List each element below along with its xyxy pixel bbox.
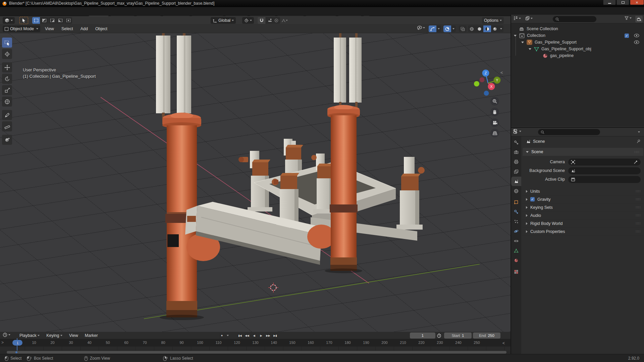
play-reverse-button[interactable]: ◀ (251, 333, 257, 339)
panel-drag-dots-icon[interactable]: ∷∷ (636, 205, 641, 209)
outliner-search-input[interactable] (553, 16, 596, 22)
pan-view-button[interactable] (490, 108, 499, 116)
panel-drag-dots-icon[interactable]: ∷∷ (636, 214, 641, 217)
mode-selector[interactable]: Object Mode (3, 25, 40, 32)
viewport-menu-add[interactable]: Add (78, 25, 91, 32)
current-frame-field[interactable]: 1 (410, 333, 435, 339)
zoom-view-button[interactable] (490, 97, 499, 106)
snap-toggle[interactable] (258, 17, 265, 24)
tab-texture[interactable] (511, 267, 521, 277)
panel-gravity[interactable]: ✓Gravity∷∷ (521, 195, 644, 203)
timeline-editor-type-button[interactable] (3, 333, 10, 337)
auto-key-dropdown[interactable] (225, 333, 230, 339)
toggle-ortho-button[interactable] (490, 129, 499, 137)
scrollbar-thumb[interactable] (7, 351, 506, 354)
tab-world[interactable] (511, 186, 521, 196)
timeline-scrub-area[interactable] (0, 347, 511, 351)
outliner-row-gas-pipeline-support-obj[interactable]: Gas_Pipeline_Support_obj (511, 46, 644, 52)
playhead-badge[interactable]: 1 (12, 340, 22, 346)
next-keyframe-button[interactable]: ▶▶ (265, 333, 271, 339)
tool-move[interactable] (2, 62, 12, 72)
options-dropdown[interactable]: Options (482, 17, 504, 24)
tool-rotate[interactable] (2, 74, 12, 84)
outliner-row-scene-collection[interactable]: Scene Collection (511, 25, 644, 32)
xray-toggle[interactable] (459, 25, 467, 32)
jump-to-end-button[interactable]: ▶▮ (272, 333, 278, 339)
editor-type-button[interactable] (3, 17, 15, 24)
panel-drag-dots-icon[interactable]: ∷∷ (636, 230, 641, 233)
scene-panel-header[interactable]: Scene ∷∷ (523, 148, 643, 156)
pivot-point-dropdown[interactable] (242, 17, 254, 24)
select-mode-invert[interactable] (56, 17, 64, 24)
panel-custom-properties[interactable]: Custom Properties∷∷ (521, 228, 644, 236)
minimize-button[interactable] (603, 0, 616, 5)
outliner-row-gas-pipeline-material[interactable]: gas_pipeline (511, 52, 644, 59)
active-clip-field[interactable] (568, 176, 641, 183)
panel-drag-dots-icon[interactable]: ∷∷ (636, 197, 641, 201)
shading-wireframe-button[interactable] (468, 25, 476, 32)
outliner-display-mode-dropdown[interactable] (525, 16, 533, 20)
tab-object[interactable] (511, 197, 521, 207)
panel-rigid-body-world[interactable]: Rigid Body World∷∷ (521, 220, 644, 228)
outliner-filter-dropdown[interactable] (625, 16, 632, 20)
new-collection-button[interactable] (635, 16, 643, 22)
camera-view-button[interactable] (490, 118, 499, 127)
outliner-item-label[interactable]: Gas_Pipeline_Support (535, 40, 577, 45)
axis-neg-z-ball[interactable] (484, 91, 489, 96)
tool-add-primitive[interactable] (2, 135, 12, 145)
tab-constraints[interactable] (511, 236, 521, 246)
pipe-column-right[interactable] (307, 33, 362, 273)
outliner-item-label[interactable]: Scene Collection (527, 26, 558, 31)
gizmos-dropdown[interactable] (436, 25, 441, 32)
shading-rendered-button[interactable] (491, 25, 499, 32)
hide-eye-icon[interactable] (634, 40, 639, 44)
outliner-item-label[interactable]: Collection (527, 33, 545, 38)
tab-render[interactable] (511, 147, 521, 157)
tool-annotate[interactable] (2, 110, 12, 120)
tab-object-data[interactable] (511, 246, 521, 255)
play-button[interactable]: ▶ (258, 333, 264, 339)
collection-checkbox[interactable]: ✓ (625, 34, 629, 38)
tool-cursor[interactable] (2, 49, 12, 59)
expand-arrow-icon[interactable] (521, 42, 524, 43)
steel-frame[interactable] (185, 139, 425, 265)
overlays-dropdown[interactable] (451, 25, 456, 32)
overlays-toggle[interactable] (443, 25, 451, 32)
timeline-scrollbar[interactable] (0, 351, 511, 354)
select-mode-intersect[interactable] (64, 17, 72, 24)
camera-field[interactable] (568, 159, 641, 166)
outliner-row-collection[interactable]: Collection ✓ (511, 32, 644, 39)
tool-scale[interactable] (2, 85, 12, 95)
timeline-menu-marker[interactable]: Marker (82, 332, 101, 339)
pin-icon[interactable] (636, 139, 641, 144)
gravity-checkbox[interactable]: ✓ (530, 197, 535, 201)
timeline-ruler[interactable]: > 10203040506070809010011012013014015016… (0, 339, 511, 347)
properties-options-dropdown[interactable] (638, 131, 640, 133)
viewport-canvas[interactable]: User Perspective (1) Collection | Gas_Pi… (0, 33, 511, 332)
hide-eye-icon[interactable] (634, 34, 639, 38)
select-mode-extend[interactable] (40, 17, 48, 24)
viewport-menu-object[interactable]: Object (93, 25, 110, 32)
properties-search-input[interactable] (538, 129, 600, 135)
pipe-column-left[interactable] (156, 33, 220, 320)
jump-to-start-button[interactable]: ▮◀ (237, 333, 243, 339)
panel-units[interactable]: Units∷∷ (521, 187, 644, 195)
expand-arrow-icon[interactable] (529, 48, 531, 50)
tool-select-box[interactable] (2, 38, 12, 48)
viewport-menu-view[interactable]: View (42, 25, 57, 32)
shading-material-button[interactable] (483, 25, 491, 32)
end-frame-field[interactable]: End250 (473, 333, 500, 339)
close-button[interactable]: ✕ (630, 0, 644, 5)
gizmos-toggle[interactable] (429, 25, 436, 32)
outliner-item-label[interactable]: Gas_Pipeline_Support_obj (541, 47, 591, 51)
tab-material[interactable] (511, 256, 521, 265)
panel-keying-sets[interactable]: Keying Sets∷∷ (521, 203, 644, 212)
proportional-edit-toggle[interactable] (272, 17, 280, 24)
sidebar-collapse-arrow[interactable]: < (500, 70, 503, 75)
axis-neg-y-ball[interactable] (474, 81, 479, 86)
navigation-gizmo[interactable]: Z Y X (472, 68, 504, 99)
expand-arrow-icon[interactable] (514, 35, 517, 37)
timeline-menu-playback[interactable]: Playback (17, 332, 42, 339)
prev-keyframe-button[interactable]: ◀◀ (244, 333, 250, 339)
outliner-editor-type-button[interactable] (513, 16, 521, 20)
